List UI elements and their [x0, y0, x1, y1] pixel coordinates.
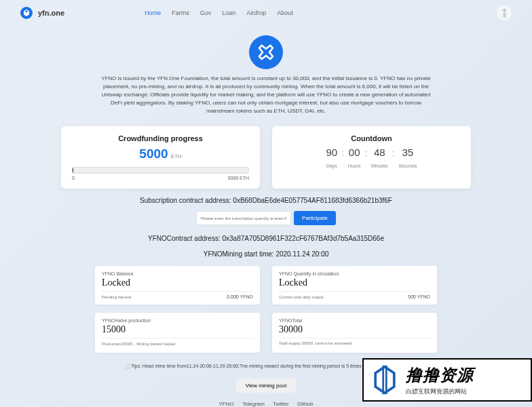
nav-home[interactable]: Home — [145, 9, 161, 16]
footer-telegram[interactable]: Telegram — [242, 401, 265, 407]
footer-twitter[interactable]: Twitter — [273, 401, 289, 407]
nav-airdrop[interactable]: Airdrop — [246, 9, 266, 16]
svg-rect-1 — [385, 366, 387, 394]
halve-card: YFNOHalve production 15000 Production150… — [95, 313, 260, 353]
main-nav: Home Farms Gov Loan Airdrop About — [145, 9, 293, 16]
watermark-overlay: 撸撸资源 白嫖互联网资源的网站 — [362, 358, 532, 402]
crowdfunding-card: Crowdfunding progress 5000ETH 0.02% 0 50… — [61, 126, 260, 189]
participate-button[interactable]: Participate — [294, 211, 336, 225]
nav-gov[interactable]: Gov — [200, 9, 212, 16]
balance-card: YFNO Balance Locked Pending harvest0.000… — [95, 266, 260, 305]
header: yfn.one Home Farms Gov Loan Airdrop Abou… — [0, 0, 532, 26]
watermark-icon — [369, 364, 400, 395]
logo-icon — [20, 7, 33, 19]
hero-section: YFNO is issued by the YFN.One Foundation… — [0, 26, 532, 119]
subscription-address: Subscription contract address: 0xB68DbaE… — [0, 193, 532, 208]
brand-name: yfn.one — [38, 9, 64, 17]
quantity-input[interactable] — [196, 211, 291, 225]
svg-rect-0 — [382, 366, 384, 394]
crowdfunding-title: Crowdfunding progress — [72, 134, 249, 142]
crowdfunding-amount: 5000ETH — [72, 147, 249, 161]
footer-yfno[interactable]: YFNO — [219, 401, 234, 407]
circulation-card: YFNO Quantity in circulation Locked Curr… — [272, 266, 437, 305]
countdown-timer: 90Days : 00Hours : 48Minutes : 35Seconds — [283, 147, 460, 168]
countdown-title: Countdown — [283, 134, 460, 142]
watermark-main: 撸撸资源 — [406, 364, 474, 386]
total-card: YFNOTotal 30000 Total supply 30000, cann… — [272, 313, 437, 353]
stats-row-2: YFNOHalve production 15000 Production150… — [0, 309, 532, 357]
nav-loan[interactable]: Loan — [222, 9, 235, 16]
hero-logo-icon — [249, 35, 283, 69]
countdown-card: Countdown 90Days : 00Hours : 48Minutes :… — [272, 126, 471, 189]
progress-countdown-row: Crowdfunding progress 5000ETH 0.02% 0 50… — [0, 119, 532, 193]
contract-address: YFNOContract address: 0x3a87A705D8961F32… — [0, 231, 532, 246]
nav-farms[interactable]: Farms — [172, 9, 189, 16]
watermark-sub: 白嫖互联网资源的网站 — [406, 387, 474, 396]
view-mining-pool-button[interactable]: View mining pool — [236, 379, 296, 393]
mining-start-time: YFNOMining start time: 2020.11.24 20:00 — [0, 246, 532, 262]
stats-row-1: YFNO Balance Locked Pending harvest0.000… — [0, 262, 532, 309]
progress-labels: 0 5000 ETH — [72, 176, 249, 180]
hero-description: YFNO is issued by the YFN.One Foundation… — [96, 75, 436, 115]
nav-about[interactable]: About — [277, 9, 293, 16]
progress-bar: 0.02% — [72, 167, 249, 174]
language-switch[interactable]: 中 文 — [497, 5, 512, 20]
participate-row: Participate — [0, 208, 532, 231]
footer-github[interactable]: Github — [297, 401, 314, 407]
